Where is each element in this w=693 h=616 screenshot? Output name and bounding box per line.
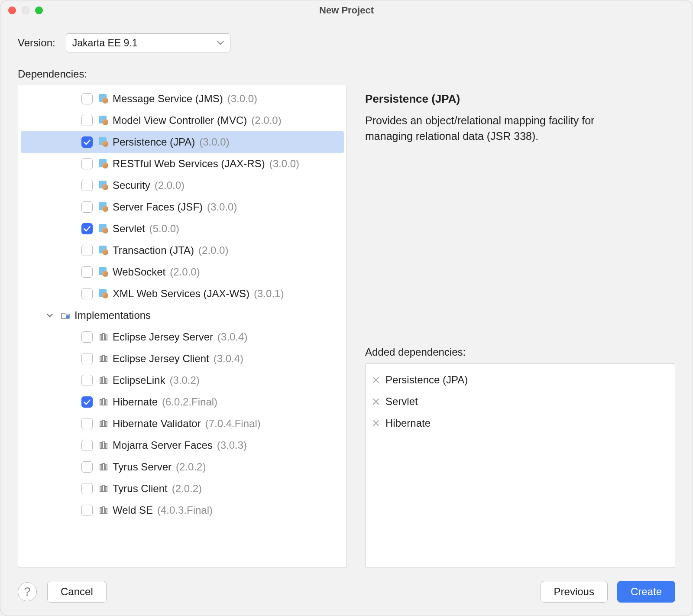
checkbox[interactable]: [81, 115, 93, 126]
checkbox[interactable]: [81, 418, 93, 429]
remove-dependency-button[interactable]: [372, 376, 379, 383]
window-minimize-button[interactable]: [22, 6, 29, 14]
new-project-window: New Project Version: Jakarta EE 9.1 Depe…: [0, 0, 693, 616]
svg-rect-16: [100, 443, 102, 448]
cancel-button[interactable]: Cancel: [47, 581, 107, 603]
create-button[interactable]: Create: [617, 581, 675, 603]
window-zoom-button[interactable]: [35, 6, 43, 14]
added-dependencies-panel: Persistence (JPA)ServletHibernate: [365, 363, 675, 568]
tree-item[interactable]: Hibernate Validator(7.0.4.Final): [18, 413, 346, 434]
checkbox[interactable]: [81, 93, 93, 104]
version-selected-value: Jakarta EE 9.1: [72, 37, 138, 49]
tree-item-label: Hibernate Validator: [113, 418, 201, 430]
svg-rect-21: [105, 465, 107, 470]
version-select[interactable]: Jakarta EE 9.1: [66, 33, 230, 52]
tree-item-label: Tyrus Server: [113, 461, 172, 473]
tree-item-version: (2.0.0): [198, 244, 228, 256]
svg-rect-19: [100, 464, 102, 470]
tree-item[interactable]: Servlet(5.0.0): [18, 218, 346, 240]
window-close-button[interactable]: [8, 6, 16, 14]
spec-file-icon: [99, 224, 108, 233]
folder-icon: [61, 311, 70, 320]
tree-item[interactable]: Eclipse Jersey Client(3.0.4): [18, 348, 346, 370]
added-dependency-label: Hibernate: [385, 417, 431, 429]
tree-group-label: Implementations: [74, 309, 151, 321]
spec-file-icon: [99, 116, 108, 125]
svg-rect-24: [105, 486, 107, 492]
checkbox[interactable]: [81, 223, 93, 234]
remove-dependency-button[interactable]: [372, 398, 379, 405]
tree-item-version: (2.0.0): [251, 114, 281, 126]
dependencies-tree[interactable]: Message Service (JMS)(3.0.0)Model View C…: [18, 85, 346, 567]
tree-item[interactable]: RESTful Web Services (JAX-RS)(3.0.0): [18, 153, 346, 175]
checkbox[interactable]: [81, 245, 93, 256]
remove-dependency-button[interactable]: [372, 420, 379, 427]
tree-item[interactable]: WebSocket(2.0.0): [18, 261, 346, 283]
checkbox[interactable]: [81, 375, 93, 386]
tree-item[interactable]: Security(2.0.0): [18, 175, 346, 196]
svg-rect-6: [105, 357, 107, 362]
help-button[interactable]: ?: [18, 582, 37, 601]
detail-column: Persistence (JPA) Provides an object/rel…: [365, 85, 675, 568]
version-row: Version: Jakarta EE 9.1: [18, 33, 675, 52]
svg-rect-0: [66, 315, 69, 318]
checkbox[interactable]: [81, 136, 93, 148]
tree-item-label: Tyrus Client: [113, 483, 168, 495]
svg-rect-1: [100, 334, 102, 340]
checkbox[interactable]: [81, 288, 93, 299]
tree-item[interactable]: Persistence (JPA)(3.0.0): [21, 131, 344, 153]
tree-item-label: Server Faces (JSF): [113, 201, 203, 213]
svg-rect-27: [105, 508, 107, 513]
checkbox[interactable]: [81, 201, 93, 213]
checkbox[interactable]: [81, 353, 93, 364]
tree-item-label: Message Service (JMS): [113, 93, 223, 105]
checkbox[interactable]: [81, 483, 93, 494]
tree-item-version: (4.0.3.Final): [157, 504, 213, 516]
checkbox[interactable]: [81, 180, 93, 191]
tree-item-label: Servlet: [113, 223, 145, 235]
tree-group-implementations[interactable]: Implementations: [18, 305, 346, 326]
checkbox[interactable]: [81, 461, 93, 473]
checkbox[interactable]: [81, 505, 93, 516]
dialog-footer: ? Cancel Previous Create: [0, 568, 693, 616]
tree-item[interactable]: Weld SE(4.0.3.Final): [18, 499, 346, 521]
svg-rect-18: [105, 443, 107, 448]
tree-item[interactable]: EclipseLink(3.0.2): [18, 370, 346, 391]
tree-item[interactable]: Tyrus Server(2.0.2): [18, 456, 346, 478]
tree-item[interactable]: Hibernate(6.0.2.Final): [18, 391, 346, 413]
added-dependency-item: Persistence (JPA): [372, 369, 668, 391]
tree-item[interactable]: Server Faces (JSF)(3.0.0): [18, 196, 346, 218]
tree-item[interactable]: Message Service (JMS)(3.0.0): [18, 88, 346, 110]
tree-item-version: (2.0.0): [170, 266, 200, 278]
library-icon: [99, 376, 108, 385]
previous-button[interactable]: Previous: [541, 581, 608, 603]
spec-file-icon: [99, 181, 108, 190]
spec-file-icon: [99, 94, 108, 104]
added-dependency-label: Persistence (JPA): [385, 374, 468, 386]
previous-button-label: Previous: [554, 586, 594, 598]
library-icon: [99, 332, 108, 342]
spec-file-icon: [99, 289, 108, 298]
tree-item[interactable]: Eclipse Jersey Server(3.0.4): [18, 326, 346, 348]
checkbox[interactable]: [81, 396, 93, 408]
tree-item-label: Hibernate: [113, 396, 158, 408]
svg-rect-7: [100, 378, 102, 383]
tree-item[interactable]: Transaction (JTA)(2.0.0): [18, 240, 346, 261]
tree-item-version: (3.0.1): [254, 288, 284, 300]
detail-title: Persistence (JPA): [365, 92, 675, 106]
dependencies-tree-panel: Message Service (JMS)(3.0.0)Model View C…: [18, 85, 347, 568]
checkbox[interactable]: [81, 440, 93, 451]
svg-rect-11: [103, 399, 104, 405]
checkbox[interactable]: [81, 158, 93, 169]
cancel-button-label: Cancel: [61, 586, 93, 598]
tree-item[interactable]: XML Web Services (JAX-WS)(3.0.1): [18, 283, 346, 305]
tree-item-version: (3.0.0): [199, 136, 229, 148]
svg-rect-14: [103, 420, 104, 427]
tree-item-version: (3.0.2): [169, 374, 199, 386]
checkbox[interactable]: [81, 266, 93, 278]
tree-item[interactable]: Model View Controller (MVC)(2.0.0): [18, 110, 346, 131]
tree-item[interactable]: Tyrus Client(2.0.2): [18, 478, 346, 499]
tree-item-version: (2.0.2): [176, 461, 206, 473]
checkbox[interactable]: [81, 331, 93, 343]
tree-item[interactable]: Mojarra Server Faces(3.0.3): [18, 434, 346, 456]
